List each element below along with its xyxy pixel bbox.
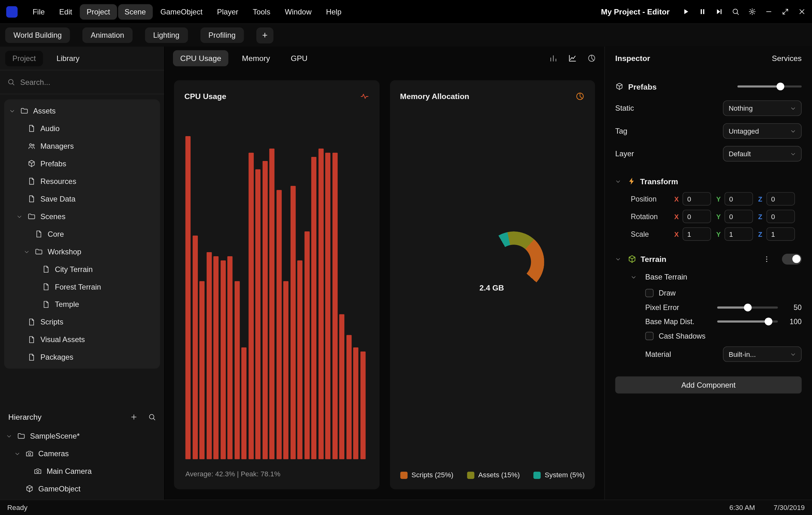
slider-knob[interactable]: [744, 303, 752, 311]
tab-library[interactable]: Library: [49, 51, 87, 66]
chevron-down-icon[interactable]: [14, 451, 25, 456]
tree-item-samplescene[interactable]: SampleScene*: [0, 427, 164, 445]
chevron-down-icon[interactable]: [9, 108, 20, 114]
layer-dropdown[interactable]: Default: [723, 146, 802, 161]
tree-item-packages[interactable]: Packages: [4, 349, 160, 366]
profiler-cards: CPU Usage Average: 42.3% | Peak: 78.1% M…: [165, 70, 604, 499]
search-icon[interactable]: [732, 8, 740, 16]
close-icon[interactable]: [798, 8, 806, 16]
tree-item-core[interactable]: Core: [4, 225, 160, 243]
tree-item-main-camera[interactable]: Main Camera: [0, 462, 164, 480]
transform-scale-y-input[interactable]: [725, 227, 753, 241]
hierarchy-actions: [130, 413, 156, 421]
play-icon[interactable]: [682, 8, 690, 16]
workspace-tab-lighting[interactable]: Lighting: [145, 27, 188, 43]
slider-knob[interactable]: [777, 83, 784, 91]
fullscreen-icon[interactable]: [782, 8, 789, 16]
tree-item-scripts[interactable]: Scripts: [4, 313, 160, 331]
menu-window[interactable]: Window: [278, 4, 318, 19]
minimize-icon[interactable]: [765, 8, 773, 16]
base-terrain-header[interactable]: Base Terrain: [615, 269, 802, 285]
chevron-down-icon[interactable]: [6, 433, 17, 438]
static-row: Static Nothing: [615, 97, 802, 119]
gear-icon[interactable]: [748, 8, 756, 16]
menu-file[interactable]: File: [26, 4, 51, 19]
profiler-tab-cpu-usage[interactable]: CPU Usage: [173, 50, 229, 66]
transform-position-y-input[interactable]: [725, 192, 753, 206]
material-dropdown[interactable]: Built-in...: [723, 346, 802, 362]
prefabs-slider[interactable]: [737, 86, 802, 88]
workspace-tab-animation[interactable]: Animation: [82, 27, 133, 43]
cast-shadows-checkbox[interactable]: [645, 332, 654, 340]
chevron-down-icon[interactable]: [17, 213, 27, 219]
transform-scale-z-input[interactable]: [766, 227, 795, 241]
tree-item-label: Packages: [40, 353, 73, 361]
tree-item-prefabs[interactable]: Prefabs: [4, 155, 160, 172]
pixel-error-slider[interactable]: [717, 306, 778, 308]
tree-item-forest-terrain[interactable]: Forest Terrain: [4, 278, 160, 296]
add-workspace-button[interactable]: +: [256, 27, 273, 43]
tree-item-assets[interactable]: Assets: [4, 102, 160, 119]
terrain-cube-icon: [628, 254, 637, 263]
tree-item-managers[interactable]: Managers: [4, 137, 160, 155]
add-component-button[interactable]: Add Component: [615, 376, 802, 393]
tree-item-label: SampleScene*: [30, 432, 80, 440]
menu-scene[interactable]: Scene: [118, 4, 153, 19]
tree-item-temple[interactable]: Temple: [4, 296, 160, 313]
tree-item-save-data[interactable]: Save Data: [4, 190, 160, 208]
tree-item-cameras[interactable]: Cameras: [0, 445, 164, 462]
draw-checkbox[interactable]: [645, 289, 654, 297]
workspace-tab-world-building[interactable]: World Building: [5, 27, 70, 43]
step-forward-icon[interactable]: [715, 8, 723, 16]
memory-allocation-card: Memory Allocation 2.4 GB Scripts (25%)As…: [390, 80, 595, 489]
tree-item-audio[interactable]: Audio: [4, 119, 160, 137]
base-map-dist-slider[interactable]: [717, 320, 778, 322]
profiler-tab-memory[interactable]: Memory: [235, 50, 277, 66]
menu-edit[interactable]: Edit: [53, 4, 79, 19]
inspector-title: Inspector: [615, 54, 650, 63]
pause-icon[interactable]: [698, 8, 706, 16]
menu-project[interactable]: Project: [80, 4, 117, 19]
chevron-down-icon[interactable]: [24, 249, 34, 254]
tab-project[interactable]: Project: [5, 51, 43, 66]
transform-rotation-y-input[interactable]: [725, 210, 753, 223]
menu-player[interactable]: Player: [210, 4, 245, 19]
plus-icon[interactable]: [130, 413, 138, 421]
services-link[interactable]: Services: [772, 54, 802, 63]
workspace-tab-profiling[interactable]: Profiling: [200, 27, 244, 43]
cpu-bar: [353, 347, 358, 459]
tree-item-workshop[interactable]: Workshop: [4, 243, 160, 260]
terrain-section-header[interactable]: Terrain: [615, 250, 802, 268]
menu-help[interactable]: Help: [319, 4, 348, 19]
transform-row-rotation: RotationXYZ: [615, 208, 802, 225]
transform-section-header[interactable]: Transform: [615, 172, 802, 190]
menu-tools[interactable]: Tools: [246, 4, 277, 19]
tree-item-resources[interactable]: Resources: [4, 172, 160, 190]
transform-rotation-z-input[interactable]: [766, 210, 795, 223]
kebab-menu-icon[interactable]: [763, 255, 771, 263]
search-field[interactable]: Search...: [0, 70, 164, 94]
menu-gameobject[interactable]: GameObject: [153, 4, 209, 19]
tag-dropdown[interactable]: Untagged: [723, 123, 802, 139]
bar-chart-icon[interactable]: [549, 54, 558, 63]
static-dropdown[interactable]: Nothing: [723, 100, 802, 116]
pulse-icon: [360, 91, 369, 101]
file-icon: [27, 318, 36, 326]
tree-item-scenes[interactable]: Scenes: [4, 208, 160, 225]
slider-knob[interactable]: [765, 317, 773, 325]
axis-group-y: Y: [716, 192, 753, 206]
status-right: 6:30 AM 7/30/2019: [729, 504, 805, 512]
transform-position-x-input[interactable]: [683, 192, 711, 206]
terrain-enabled-toggle[interactable]: [782, 253, 802, 265]
cpu-bar: [332, 153, 337, 459]
pie-chart-icon[interactable]: [587, 54, 596, 63]
profiler-tab-gpu[interactable]: GPU: [283, 50, 315, 66]
tree-item-visual-assets[interactable]: Visual Assets: [4, 331, 160, 349]
transform-scale-x-input[interactable]: [683, 227, 711, 241]
tree-item-city-terrain[interactable]: City Terrain: [4, 260, 160, 278]
transform-rotation-x-input[interactable]: [683, 210, 711, 223]
tree-item-gameobject[interactable]: GameObject: [0, 480, 164, 497]
search-icon[interactable]: [148, 413, 156, 421]
line-chart-icon[interactable]: [568, 54, 577, 63]
transform-position-z-input[interactable]: [766, 192, 795, 206]
